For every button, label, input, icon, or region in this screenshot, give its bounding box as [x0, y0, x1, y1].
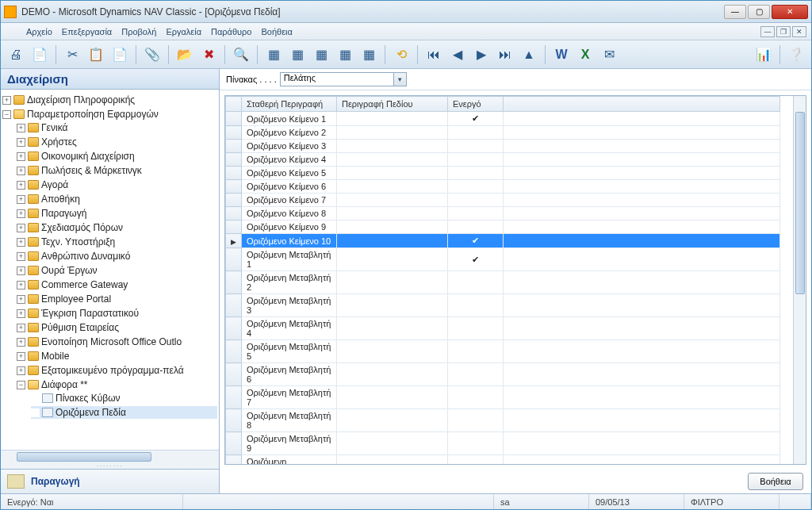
up-icon[interactable]: ▲: [519, 44, 539, 65]
preview-icon[interactable]: 📄: [29, 44, 50, 65]
cell-field-desc[interactable]: [337, 180, 448, 194]
mdi-restore-button[interactable]: ❐: [776, 26, 791, 37]
table-row[interactable]: Οριζόμενο Κείμενο 5: [226, 167, 780, 180]
tree-expander[interactable]: +: [17, 138, 25, 147]
cell-field-desc[interactable]: [337, 363, 448, 386]
table-row[interactable]: Οριζόμενη Μεταβλητή 1✔: [226, 248, 780, 271]
cell-static-desc[interactable]: Οριζόμενο Κείμενο 8: [242, 207, 337, 220]
row-header[interactable]: [226, 294, 242, 317]
col-rowhdr[interactable]: [226, 97, 242, 112]
menu-file[interactable]: Αρχείο: [26, 27, 52, 36]
table3-icon[interactable]: ▦: [311, 44, 331, 65]
cell-static-desc[interactable]: Οριζόμενη Μεταβλητή 5: [242, 340, 337, 363]
tree-expander[interactable]: +: [17, 181, 25, 190]
close-button[interactable]: ✕: [772, 5, 808, 19]
table-row[interactable]: Οριζόμενο Κείμενο 1✔: [226, 112, 780, 126]
cell-active[interactable]: [448, 220, 504, 234]
table-row[interactable]: ▶Οριζόμενο Κείμενο 10✔: [226, 234, 780, 248]
tree-item-label[interactable]: Παραγωγή: [41, 208, 86, 219]
tree-item-label[interactable]: Διάφορα **: [41, 379, 88, 390]
table-row[interactable]: Οριζόμενο Κείμενο 2: [226, 126, 780, 140]
cell-static-desc[interactable]: Οριζόμενη Μεταβλητή 4: [242, 317, 337, 340]
help-icon[interactable]: ❔: [786, 44, 806, 65]
cell-static-desc[interactable]: Οριζόμενο Κείμενο 1: [242, 112, 337, 126]
cell-active[interactable]: [448, 207, 504, 220]
copy-icon[interactable]: 📋: [86, 44, 106, 65]
cell-static-desc[interactable]: Οριζόμενη Μεταβλητ...: [242, 455, 337, 465]
tree-expander[interactable]: +: [17, 195, 25, 204]
cell-field-desc[interactable]: [337, 167, 448, 180]
tree-expander[interactable]: +: [17, 124, 25, 132]
menu-view[interactable]: Προβολή: [121, 27, 156, 36]
tree-expander[interactable]: +: [17, 209, 25, 218]
tree-item-label[interactable]: Ρύθμιση Εταιρείας: [41, 322, 119, 333]
tree-expander[interactable]: +: [17, 224, 25, 232]
grid[interactable]: Σταθερή Περιγραφή Περιγραφή Πεδίου Ενεργ…: [224, 95, 806, 465]
row-header[interactable]: [226, 455, 242, 465]
word-icon[interactable]: W: [551, 44, 572, 65]
menu-help[interactable]: Βοήθεια: [262, 27, 293, 36]
tree-item-label[interactable]: Παραμετροποίηση Εφαρμογών: [27, 109, 159, 120]
cell-field-desc[interactable]: [337, 271, 448, 294]
cell-active[interactable]: [448, 455, 504, 465]
row-header[interactable]: [226, 180, 242, 194]
tree-expander[interactable]: +: [17, 324, 25, 332]
tree-view[interactable]: +Διαχείριση Πληροφορικής−Παραμετροποίηση…: [1, 90, 219, 450]
cell-field-desc[interactable]: [337, 140, 448, 153]
cell-active[interactable]: [448, 386, 504, 409]
tree-item-label[interactable]: Commerce Gateway: [41, 279, 128, 290]
titlebar[interactable]: DEMO - Microsoft Dynamics NAV Classic - …: [1, 1, 811, 23]
cell-field-desc[interactable]: [337, 294, 448, 317]
cell-static-desc[interactable]: Οριζόμενη Μεταβλητή 6: [242, 363, 337, 386]
cell-field-desc[interactable]: [337, 455, 448, 465]
excel-icon[interactable]: X: [575, 44, 596, 65]
tree-item-label[interactable]: Γενικά: [41, 122, 67, 133]
cell-static-desc[interactable]: Οριζόμενη Μεταβλητή 1: [242, 248, 337, 271]
table2-icon[interactable]: ▦: [287, 44, 308, 65]
menu-edit[interactable]: Επεξεργασία: [62, 27, 112, 36]
cell-active[interactable]: ✔: [448, 112, 504, 126]
tree-item-label[interactable]: Οριζόμενα Πεδία: [56, 407, 126, 418]
cell-field-desc[interactable]: [337, 317, 448, 340]
tree-item-label[interactable]: Αγορά: [41, 179, 68, 190]
tree-item-label[interactable]: Ουρά Έργων: [41, 265, 98, 276]
print-icon[interactable]: 🖨: [6, 44, 26, 65]
minimize-button[interactable]: —: [724, 5, 746, 19]
table-row[interactable]: Οριζόμενο Κείμενο 3: [226, 140, 780, 153]
row-header[interactable]: [226, 126, 242, 140]
refresh-icon[interactable]: ⟲: [391, 44, 412, 65]
row-header[interactable]: [226, 112, 242, 126]
tree-item-label[interactable]: Χρήστες: [41, 136, 77, 148]
cell-static-desc[interactable]: Οριζόμενο Κείμενο 6: [242, 180, 337, 194]
cell-static-desc[interactable]: Οριζόμενη Μεταβλητή 3: [242, 294, 337, 317]
mdi-close-button[interactable]: ✕: [792, 26, 806, 37]
table-row[interactable]: Οριζόμενη Μεταβλητή 6: [226, 363, 780, 386]
menu-tools[interactable]: Εργαλεία: [166, 27, 201, 36]
row-header[interactable]: [226, 386, 242, 409]
cell-static-desc[interactable]: Οριζόμενη Μεταβλητή 7: [242, 386, 337, 409]
cell-field-desc[interactable]: [337, 207, 448, 220]
last-icon[interactable]: ⏭: [495, 44, 515, 65]
delete-icon[interactable]: ✖: [198, 44, 219, 65]
cell-static-desc[interactable]: Οριζόμενη Μεταβλητή 2: [242, 271, 337, 294]
sidebar-hscroll[interactable]: [1, 450, 219, 462]
row-header[interactable]: [226, 340, 242, 363]
table-row[interactable]: Οριζόμενο Κείμενο 6: [226, 180, 780, 194]
tree-expander[interactable]: +: [17, 152, 25, 161]
table-filter-dropdown[interactable]: Πελάτης ▼: [280, 72, 407, 86]
cell-field-desc[interactable]: [337, 153, 448, 167]
cell-static-desc[interactable]: Οριζόμενο Κείμενο 2: [242, 126, 337, 140]
attach-icon[interactable]: 📎: [142, 44, 163, 65]
cell-active[interactable]: [448, 317, 504, 340]
row-header[interactable]: [226, 432, 242, 455]
tree-item-label[interactable]: Mobile: [41, 351, 69, 362]
cell-static-desc[interactable]: Οριζόμενη Μεταβλητή 9: [242, 432, 337, 455]
row-header[interactable]: [226, 271, 242, 294]
row-header[interactable]: [226, 317, 242, 340]
tree-expander[interactable]: −: [2, 110, 11, 119]
tree-item-label[interactable]: Σχεδιασμός Πόρων: [41, 222, 123, 233]
table-row[interactable]: Οριζόμενη Μεταβλητή 8: [226, 409, 780, 432]
table-row[interactable]: Οριζόμενη Μεταβλητή 5: [226, 340, 780, 363]
table-row[interactable]: Οριζόμενη Μεταβλητή 2: [226, 271, 780, 294]
row-header[interactable]: [226, 140, 242, 153]
